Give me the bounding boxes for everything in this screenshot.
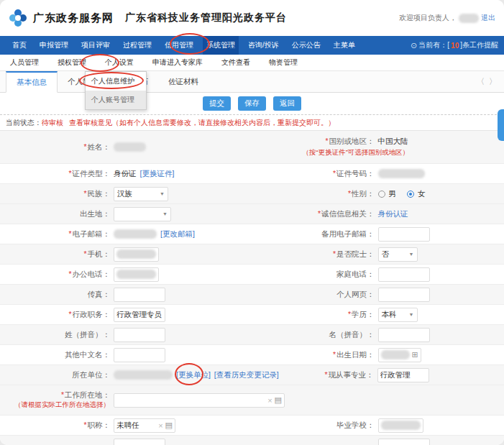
birthplace-select[interactable]: ▼ — [114, 207, 171, 221]
tabs-prev-icon[interactable]: 〈 — [477, 76, 485, 87]
firstname-pinyin-field[interactable] — [378, 328, 430, 342]
identity-verify-link[interactable]: 身份认证 — [378, 209, 408, 219]
review-opinion-link[interactable]: 查看审核意见 — [69, 118, 112, 128]
office-phone-field[interactable] — [114, 267, 159, 282]
id-type-value: 身份证 — [114, 169, 137, 179]
other-name-label: 其他中文名： — [65, 350, 110, 359]
radio-selected-icon — [407, 191, 414, 198]
nav-item-review[interactable]: 项目评审 — [78, 36, 114, 55]
dropdown-item-personal-info-maintain[interactable]: 个人信息维护 — [86, 72, 146, 91]
form-row: *行政职务： *学历： 本科▼ — [0, 305, 504, 325]
job-title-label: 职称： — [88, 421, 111, 429]
nav-item-mainmenu[interactable]: 主菜单 — [330, 36, 359, 55]
subnav-item-file-view[interactable]: 文件查看 — [221, 58, 250, 68]
form-row: *民族： 汉族▼ *性别： 男 女 — [0, 184, 504, 204]
homepage-label: 个人网页： — [336, 290, 375, 298]
status-value: 待审核 — [42, 118, 63, 128]
homepage-field[interactable] — [378, 288, 430, 302]
gdzwfw-logo-icon — [9, 9, 27, 27]
region-picker-icon[interactable]: ▤ — [275, 395, 282, 405]
redacted-email — [114, 229, 157, 239]
tabs-next-icon[interactable]: 〉 — [489, 76, 497, 87]
side-panel-handle[interactable] — [498, 109, 504, 141]
nav-item-home[interactable]: 首页 — [9, 36, 30, 55]
country-label: 国别或地区： — [329, 137, 375, 145]
logout-link[interactable]: 退出 — [481, 13, 495, 23]
home-phone-label: 家庭电话： — [336, 270, 375, 278]
fax-field[interactable] — [114, 288, 165, 302]
platform-name: 广东省科技业务管理阳光政务平台 — [125, 12, 287, 24]
nav-item-declare[interactable]: 申报管理 — [36, 36, 72, 55]
country-note: （按“更换证件”可选择国别或地区） — [303, 148, 499, 157]
work-location-note: （请根据实际工作所在地选择） — [6, 400, 110, 410]
subnav-item-personal-settings[interactable]: 个人设置 — [105, 58, 134, 68]
status-note: （如有个人信息需要修改，请直接修改相关内容后，重新提交即可。） — [112, 118, 335, 128]
title-picker-icon[interactable]: ▤ — [165, 421, 173, 430]
ethnicity-select[interactable]: 汉族▼ — [114, 187, 168, 201]
redacted-employer — [114, 370, 173, 380]
subnav-item-authorization[interactable]: 授权管理 — [58, 58, 86, 68]
alert-icon: ⊙ — [411, 41, 417, 50]
form-row: 传真： 个人网页： — [0, 285, 504, 305]
job-title-field[interactable]: 未聘任 × ▤ — [114, 418, 175, 433]
gender-radio-male[interactable]: 男 — [378, 189, 397, 199]
gender-radio-female[interactable]: 女 — [407, 189, 426, 199]
redacted-id-number — [378, 169, 425, 178]
dropdown-item-personal-account[interactable]: 个人账号管理 — [86, 91, 146, 109]
clear-icon[interactable]: × — [267, 396, 272, 405]
admin-duty-field[interactable] — [114, 308, 165, 322]
other-name-field[interactable] — [114, 348, 165, 362]
cutoff-left-field[interactable] — [114, 439, 165, 445]
education-select[interactable]: 本科▼ — [378, 308, 418, 322]
id-type-label: 证件类型： — [73, 169, 111, 178]
save-button[interactable]: 保存 — [238, 96, 266, 111]
nav-item-announce[interactable]: 公示公告 — [288, 36, 324, 55]
change-employer-link[interactable]: [更换单位] — [176, 370, 211, 380]
form-row: 所在单位： [更换单位][查看历史变更记录] *现从事专业： — [0, 365, 504, 385]
mobile-field[interactable] — [114, 247, 159, 262]
subnav-item-materials[interactable]: 物资管理 — [269, 58, 298, 68]
profession-label: 现从事专业： — [329, 370, 374, 379]
profession-field[interactable] — [377, 368, 429, 382]
nav-item-system[interactable]: 系统管理 — [203, 36, 239, 55]
firstname-pinyin-label: 名（拼音）： — [329, 330, 375, 339]
clear-icon[interactable]: × — [158, 421, 162, 430]
header: 广东政务服务网 广东省科技业务管理阳光政务平台 欢迎项目负责人， 退出 — [0, 0, 504, 36]
work-location-label: 工作所在地： — [65, 390, 110, 399]
change-email-link[interactable]: [更改邮箱] — [160, 229, 195, 239]
fax-label: 传真： — [88, 290, 111, 298]
surname-pinyin-field[interactable] — [114, 328, 165, 342]
status-line: 当前状态： 待审核 查看审核意见 （如有个人信息需要修改，请直接修改相关内容后，… — [0, 114, 504, 130]
academician-select[interactable]: 否▼ — [378, 247, 418, 262]
chevron-down-icon: ▼ — [409, 312, 414, 317]
cutoff-right-field[interactable] — [378, 439, 430, 445]
status-label: 当前状态： — [6, 118, 42, 128]
ethnicity-label: 民族： — [88, 189, 111, 198]
reminder-count: 10 — [451, 42, 459, 50]
chevron-down-icon: ▼ — [162, 211, 168, 216]
form-row: 其他中文名： *出生日期： ⊞ — [0, 345, 504, 365]
basic-info-form: *姓名： *国别或地区： 中国大陆 （按“更换证件”可选择国别或地区） *证件类… — [0, 130, 504, 445]
sub-nav: 人员管理 授权管理 个人设置 申请进入专家库 文件查看 物资管理 — [0, 55, 504, 71]
integrity-label: 诚信信息相关： — [321, 209, 375, 218]
redacted-school — [381, 421, 421, 430]
calendar-icon[interactable]: ⊞ — [412, 350, 418, 359]
subnav-item-personnel[interactable]: 人员管理 — [10, 58, 39, 68]
work-reminder[interactable]: ⊙ 当前有：[10]条工作提醒 — [411, 36, 498, 55]
home-phone-field[interactable] — [378, 267, 430, 282]
name-label: 姓名： — [88, 142, 111, 151]
tab-supporting-materials[interactable]: 佐证材料 — [158, 71, 209, 92]
submit-button[interactable]: 提交 — [203, 96, 231, 111]
subnav-item-expert-db[interactable]: 申请进入专家库 — [152, 58, 203, 68]
nav-item-process[interactable]: 过程管理 — [119, 36, 155, 55]
nav-item-consult[interactable]: 咨询/投诉 — [244, 36, 283, 55]
tab-basic-info[interactable]: 基本信息 — [6, 71, 58, 93]
employer-history-link[interactable]: [查看历史变更记录] — [214, 370, 279, 380]
birth-date-field[interactable]: ⊞ — [378, 348, 421, 362]
nav-item-credit[interactable]: 信用管理 — [161, 36, 197, 55]
backup-email-field[interactable] — [378, 227, 430, 242]
back-button[interactable]: 返回 — [273, 96, 301, 111]
change-id-link[interactable]: [更换证件] — [140, 169, 175, 179]
work-location-field[interactable]: × ▤ — [114, 393, 285, 408]
school-field[interactable] — [378, 418, 423, 433]
